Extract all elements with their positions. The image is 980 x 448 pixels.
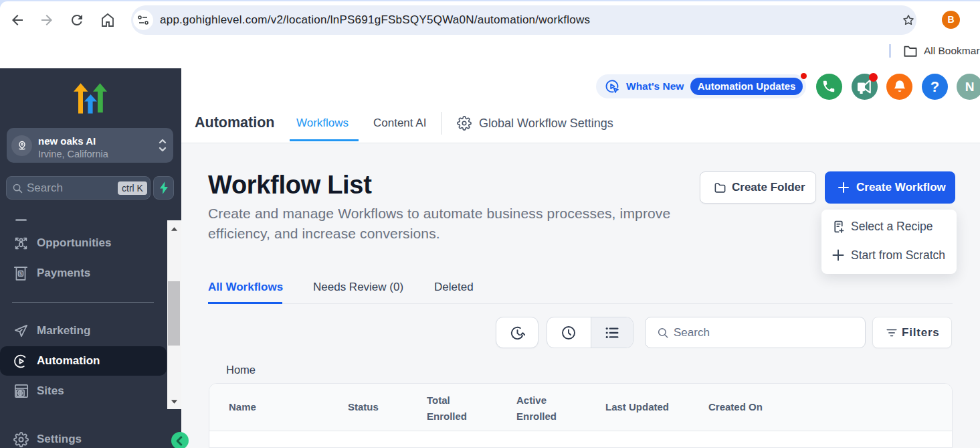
svg-text:$: $ — [19, 271, 23, 277]
